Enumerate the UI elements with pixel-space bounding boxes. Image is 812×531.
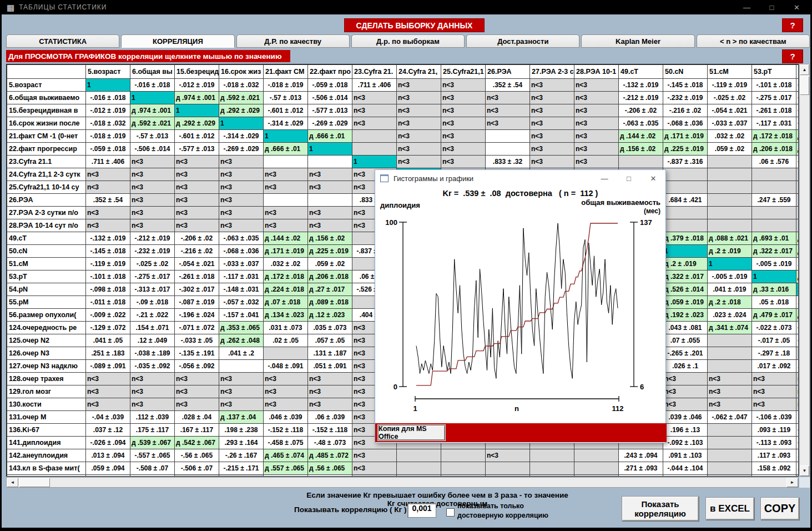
tab-7[interactable]: < n > по качествам <box>697 34 810 48</box>
correlation-cell[interactable]: -.148 <box>796 117 799 130</box>
correlation-cell[interactable]: .037 ± .12 <box>86 424 130 437</box>
correlation-cell[interactable]: -.056 ± .092 <box>175 360 219 373</box>
correlation-cell[interactable]: д .059 ± .019 <box>663 296 708 309</box>
correlation-cell[interactable]: 1 <box>130 92 175 104</box>
correlation-cell[interactable]: д .225 ± .019 <box>663 143 708 156</box>
correlation-cell[interactable]: д .144 ± .02 <box>264 232 308 245</box>
correlation-cell[interactable]: д .542 ± .067 <box>175 437 219 449</box>
correlation-cell[interactable]: -.423 ± .793 <box>308 475 352 477</box>
correlation-cell[interactable]: -.302 ± .017 <box>175 283 219 296</box>
correlation-cell[interactable]: -.52 <box>796 156 799 168</box>
correlation-cell[interactable]: -.035 ± .092 <box>130 360 175 373</box>
correlation-cell[interactable]: .167 ± .117 <box>175 424 219 437</box>
correlation-cell[interactable]: -.018 ± .032 <box>86 117 130 130</box>
correlation-cell[interactable]: 1 <box>308 143 352 156</box>
correlation-cell[interactable]: -.017 ± .05 <box>752 334 796 347</box>
tab-3[interactable]: Д.Р. по качеству <box>236 34 350 48</box>
correlation-cell[interactable]: д .27 ± .017 <box>308 283 352 296</box>
correlation-cell[interactable]: -.025 ± .02 <box>130 258 175 270</box>
correlation-cell[interactable]: .243 ± .094 <box>619 449 663 462</box>
threshold-input[interactable]: 0,001 <box>407 503 436 518</box>
correlation-cell[interactable]: д .171 ± .019 <box>264 245 308 258</box>
correlation-cell[interactable]: -.215 ± .171 <box>219 462 264 475</box>
correlation-cell[interactable]: -.119 ± .019 <box>708 79 752 92</box>
correlation-cell[interactable]: .02 ± .05 <box>264 334 308 347</box>
correlation-cell[interactable]: д .2 ± .019 <box>663 258 708 270</box>
correlation-cell[interactable]: -.048 ± .091 <box>264 360 308 373</box>
correlation-cell[interactable]: д .353 ± .065 <box>219 322 264 334</box>
correlation-cell[interactable]: -.152 ± .118 <box>264 424 308 437</box>
correlation-cell[interactable]: -.313 <box>796 92 799 104</box>
correlation-cell[interactable]: д .2 <box>796 143 799 156</box>
correlation-cell[interactable]: -.059 ± .018 <box>86 143 130 156</box>
correlation-cell[interactable]: -.206 ± .02 <box>619 104 663 117</box>
correlation-cell[interactable]: -.012 ± .019 <box>175 79 219 92</box>
correlation-cell[interactable]: -.458 ± .075 <box>264 437 308 449</box>
tab-1[interactable]: СТАТИСТИКА <box>6 34 119 48</box>
correlation-cell[interactable]: -.26 ± .167 <box>219 449 264 462</box>
correlation-cell[interactable]: .251 ± .183 <box>86 347 130 360</box>
correlation-cell[interactable]: .271 ± .093 <box>619 462 663 475</box>
correlation-cell[interactable]: .051 ± .091 <box>308 360 352 373</box>
correlation-cell[interactable]: .684 ± .421 <box>663 194 708 207</box>
correlation-cell[interactable]: .091 ± .103 <box>663 449 708 462</box>
correlation-cell[interactable]: .131 ± .187 <box>308 347 352 360</box>
correlation-cell[interactable]: -.117 ± .031 <box>752 117 796 130</box>
correlation-cell[interactable]: д .088 ± .021 <box>708 232 752 245</box>
correlation-cell[interactable]: -.033 ± .05 <box>175 334 219 347</box>
correlation-cell[interactable]: .059 ± .094 <box>86 462 130 475</box>
correlation-cell[interactable]: -.018 ± .019 <box>264 79 308 92</box>
make-selection-button[interactable]: СДЕЛАТЬ ВЫБОРКУ ДАННЫХ <box>344 18 485 32</box>
correlation-cell[interactable]: д .206 ± .018 <box>308 270 352 283</box>
significant-only-checkbox[interactable] <box>446 508 455 517</box>
correlation-cell[interactable]: .352 ± .54 <box>486 79 530 92</box>
correlation-cell[interactable]: .026 ± .1 <box>663 360 708 373</box>
correlation-cell[interactable]: .017 ± .092 <box>752 360 796 373</box>
correlation-cell[interactable]: -.601 ± .012 <box>175 130 219 143</box>
correlation-cell[interactable]: .013 ± .094 <box>86 449 130 462</box>
correlation-cell[interactable]: -.101 ± .018 <box>752 79 796 92</box>
correlation-cell[interactable]: -.071 ± .072 <box>175 322 219 334</box>
correlation-cell[interactable]: д .134 ± .023 <box>264 309 308 322</box>
correlation-cell[interactable]: д .3 <box>796 309 799 322</box>
correlation-cell[interactable]: -.453 ± .092 <box>86 475 130 477</box>
correlation-cell[interactable]: д .592 ± .021 <box>219 92 264 104</box>
correlation-cell[interactable]: .05 <box>796 296 799 309</box>
correlation-cell[interactable]: .711 ± .406 <box>86 156 130 168</box>
correlation-cell[interactable]: -.062 ± .047 <box>708 411 752 424</box>
correlation-cell[interactable]: д .089 ± .018 <box>308 296 352 309</box>
correlation-cell[interactable]: -.314 ± .029 <box>264 117 308 130</box>
correlation-cell[interactable]: д .171 ± .019 <box>663 130 708 143</box>
correlation-cell[interactable]: -.113 ± .093 <box>752 437 796 449</box>
correlation-cell[interactable]: -.206 ± .02 <box>175 232 219 245</box>
correlation-cell[interactable]: -.269 ± .029 <box>308 117 352 130</box>
correlation-cell[interactable]: -.383 ± .078 <box>130 475 175 477</box>
correlation-cell[interactable]: 1 <box>264 130 308 143</box>
correlation-cell[interactable]: -.21 ± .022 <box>130 309 175 322</box>
correlation-cell[interactable]: .175 ± .117 <box>130 424 175 437</box>
correlation-cell[interactable]: д .557 ± .065 <box>264 462 308 475</box>
correlation-cell[interactable]: .158 ± .092 <box>752 462 796 475</box>
correlation-cell[interactable]: .041 ± .2 <box>219 347 264 360</box>
correlation-cell[interactable]: .112 ± .039 <box>130 411 175 424</box>
correlation-cell[interactable]: д .693 ± .01 <box>752 232 796 245</box>
correlation-cell[interactable]: д .22 <box>796 232 799 245</box>
correlation-cell[interactable]: д .33 ± .016 <box>752 283 796 296</box>
correlation-cell[interactable]: -.297 ± .18 <box>752 347 796 360</box>
correlation-cell[interactable]: -.433 ± .793 <box>752 475 796 477</box>
correlation-cell[interactable]: .041 <box>796 258 799 270</box>
correlation-cell[interactable]: д .465 ± .074 <box>264 449 308 462</box>
correlation-cell[interactable]: -.05 <box>796 322 799 334</box>
correlation-cell[interactable]: .046 ± .039 <box>264 411 308 424</box>
correlation-cell[interactable]: д .12 ± .023 <box>308 309 352 322</box>
correlation-cell[interactable]: д .07 ± .018 <box>264 296 308 309</box>
correlation-cell[interactable]: -.059 ± .018 <box>308 79 352 92</box>
correlation-cell[interactable]: д .262 ± .048 <box>219 334 264 347</box>
correlation-cell[interactable]: -.089 ± .091 <box>86 360 130 373</box>
correlation-cell[interactable]: .06 ± .576 <box>752 156 796 168</box>
correlation-cell[interactable]: -.261 ± .018 <box>175 270 219 283</box>
correlation-cell[interactable]: .039 ± .046 <box>663 411 708 424</box>
correlation-cell[interactable]: -.011 ± .018 <box>86 296 130 309</box>
correlation-cell[interactable]: -.09 <box>796 424 799 437</box>
correlation-cell[interactable]: -.506 ± .07 <box>175 462 219 475</box>
